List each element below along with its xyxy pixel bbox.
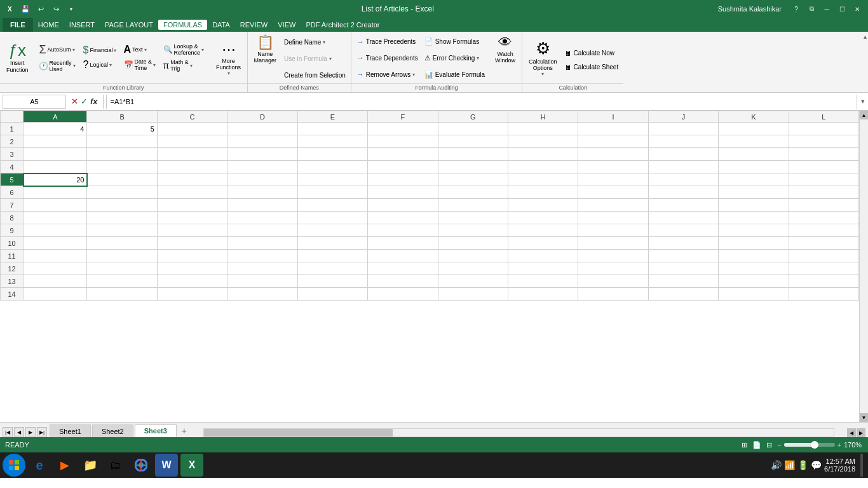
- cell-C3[interactable]: [157, 148, 227, 161]
- cell-I6[interactable]: [578, 186, 648, 199]
- zoom-slider-thumb[interactable]: [811, 441, 818, 449]
- financial-button[interactable]: $ Financial ▾: [81, 43, 120, 57]
- recently-used-button[interactable]: 🕐 RecentlyUsed ▾: [35, 58, 79, 74]
- cell-F13[interactable]: [368, 275, 438, 288]
- cell-G5[interactable]: [438, 173, 508, 186]
- cell-B9[interactable]: [87, 224, 157, 237]
- cell-L4[interactable]: [789, 161, 858, 173]
- cell-J3[interactable]: [648, 148, 718, 161]
- cell-B13[interactable]: [87, 275, 157, 288]
- col-header-F[interactable]: F: [368, 111, 438, 123]
- error-checking-button[interactable]: ⚠ Error Checking ▾: [422, 52, 487, 64]
- close-btn[interactable]: ✕: [851, 4, 863, 14]
- cell-C4[interactable]: [157, 161, 227, 173]
- evaluate-formula-button[interactable]: 📊 Evaluate Formula: [422, 69, 487, 80]
- cell-D10[interactable]: [227, 237, 297, 250]
- cell-C1[interactable]: [157, 123, 227, 135]
- cell-B8[interactable]: [87, 212, 157, 224]
- create-from-selection-button[interactable]: Create from Selection: [281, 69, 348, 81]
- cell-K12[interactable]: [719, 262, 789, 275]
- cell-J14[interactable]: [648, 288, 718, 301]
- cell-K10[interactable]: [719, 237, 789, 250]
- cell-F7[interactable]: [368, 199, 438, 212]
- cell-L6[interactable]: [789, 186, 858, 199]
- confirm-formula-icon[interactable]: ✓: [81, 97, 88, 106]
- cell-A8[interactable]: [24, 212, 87, 224]
- cell-A13[interactable]: [24, 275, 87, 288]
- calculate-now-button[interactable]: 🖩 Calculate Now: [562, 48, 621, 59]
- cell-I12[interactable]: [578, 262, 648, 275]
- formula-input[interactable]: [106, 95, 857, 109]
- cell-I9[interactable]: [578, 224, 648, 237]
- file-menu[interactable]: FILE: [3, 18, 33, 32]
- view-page-layout-btn[interactable]: 📄: [752, 441, 761, 449]
- view-menu[interactable]: VIEW: [273, 20, 301, 30]
- cell-K8[interactable]: [719, 212, 789, 224]
- sheet-tab-3[interactable]: Sheet3: [135, 424, 177, 437]
- cell-B12[interactable]: [87, 262, 157, 275]
- cell-C5[interactable]: [157, 173, 227, 186]
- user-name[interactable]: Sushmita Kalashikar: [718, 5, 782, 13]
- qat-undo[interactable]: ↩: [34, 3, 47, 15]
- row-header-6[interactable]: 6: [1, 186, 24, 199]
- taskbar-media[interactable]: ▶: [53, 454, 76, 477]
- cell-I1[interactable]: [578, 123, 648, 135]
- cell-L13[interactable]: [789, 275, 858, 288]
- cell-J8[interactable]: [648, 212, 718, 224]
- cell-G7[interactable]: [438, 199, 508, 212]
- cell-G10[interactable]: [438, 237, 508, 250]
- cell-J13[interactable]: [648, 275, 718, 288]
- col-header-J[interactable]: J: [648, 111, 718, 123]
- cell-D4[interactable]: [227, 161, 297, 173]
- h-scroll-left[interactable]: ◀: [847, 428, 856, 437]
- scroll-up-btn[interactable]: ▲: [860, 111, 869, 119]
- review-menu[interactable]: REVIEW: [235, 20, 273, 30]
- col-header-H[interactable]: H: [508, 111, 578, 123]
- cell-C8[interactable]: [157, 212, 227, 224]
- cell-J10[interactable]: [648, 237, 718, 250]
- taskbar-notification-icon[interactable]: 💬: [811, 460, 822, 470]
- cell-J6[interactable]: [648, 186, 718, 199]
- cell-J1[interactable]: [648, 123, 718, 135]
- insert-menu[interactable]: INSERT: [64, 20, 100, 30]
- cell-E8[interactable]: [297, 212, 367, 224]
- vertical-scrollbar[interactable]: ▲ ▼: [859, 111, 868, 422]
- taskbar-excel[interactable]: X: [180, 454, 203, 477]
- more-functions-button[interactable]: ⋯ MoreFunctions ▾: [213, 37, 245, 78]
- cell-G6[interactable]: [438, 186, 508, 199]
- cell-E14[interactable]: [297, 288, 367, 301]
- cell-A2[interactable]: [24, 135, 87, 148]
- cell-D1[interactable]: [227, 123, 297, 135]
- cell-K3[interactable]: [719, 148, 789, 161]
- cell-L9[interactable]: [789, 224, 858, 237]
- cell-C7[interactable]: [157, 199, 227, 212]
- cell-H12[interactable]: [508, 262, 578, 275]
- cell-H2[interactable]: [508, 135, 578, 148]
- cell-G11[interactable]: [438, 250, 508, 262]
- cell-I3[interactable]: [578, 148, 648, 161]
- cell-F5[interactable]: [368, 173, 438, 186]
- zoom-minus-btn[interactable]: −: [777, 441, 781, 449]
- cell-J11[interactable]: [648, 250, 718, 262]
- cell-D3[interactable]: [227, 148, 297, 161]
- taskbar-chrome[interactable]: [130, 454, 153, 477]
- cell-E10[interactable]: [297, 237, 367, 250]
- cell-A4[interactable]: [24, 161, 87, 173]
- taskbar-ie[interactable]: e: [28, 454, 51, 477]
- zoom-slider[interactable]: [784, 443, 835, 447]
- cell-I5[interactable]: [578, 173, 648, 186]
- cell-K5[interactable]: [719, 173, 789, 186]
- cell-C13[interactable]: [157, 275, 227, 288]
- row-header-7[interactable]: 7: [1, 199, 24, 212]
- cell-F2[interactable]: [368, 135, 438, 148]
- cell-F9[interactable]: [368, 224, 438, 237]
- trace-dependents-button[interactable]: → Trace Dependents: [354, 52, 421, 64]
- logical-button[interactable]: ? Logical ▾: [81, 58, 120, 72]
- cell-K14[interactable]: [719, 288, 789, 301]
- scroll-down-btn[interactable]: ▼: [860, 413, 869, 422]
- cell-A6[interactable]: [24, 186, 87, 199]
- cell-C11[interactable]: [157, 250, 227, 262]
- cell-G12[interactable]: [438, 262, 508, 275]
- row-header-10[interactable]: 10: [1, 237, 24, 250]
- cell-D7[interactable]: [227, 199, 297, 212]
